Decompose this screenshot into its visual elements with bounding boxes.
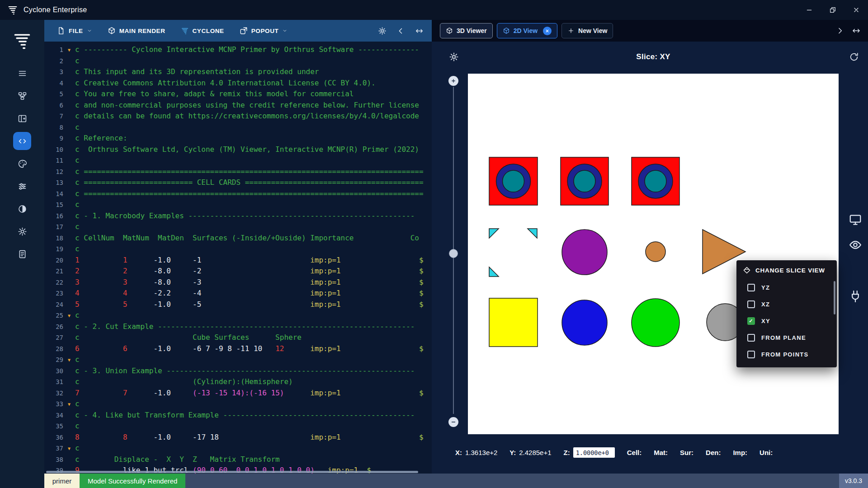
edge-tool-view-options[interactable] — [849, 238, 862, 252]
fold-marker-icon: ▼ — [63, 47, 75, 52]
shape-green-cell[interactable] — [632, 299, 679, 347]
code-text: 7 7 -1.0 (-13 -15 14):(-16 15) imp:p=1 $ — [75, 389, 424, 397]
cube-icon — [446, 27, 453, 34]
tab-2d-view[interactable]: 2D View — [497, 23, 557, 38]
slice-menu-items: YZXZ✓XYFROM PLANEFROM POINTS — [736, 279, 837, 363]
slice-option-label: YZ — [761, 284, 770, 291]
toolbar-button-cyclone[interactable]: CYCLONE — [181, 27, 224, 35]
line-number: 5 — [44, 90, 63, 98]
toolbar-button-label: POPOUT — [251, 28, 279, 34]
status-field-mat: Mat: — [654, 449, 668, 456]
code-line: 6c and non-commercial purposes using the… — [44, 100, 432, 111]
status-label: Uni: — [760, 449, 773, 456]
close-tab-icon[interactable] — [543, 27, 552, 35]
editor-settings-icon[interactable] — [378, 27, 387, 35]
sidebar-item-scene-tree[interactable] — [13, 87, 31, 105]
tab-new-view[interactable]: New View — [561, 23, 613, 38]
code-line: 18c CellNum MatNum MatDen Surfaces (-Ins… — [44, 233, 432, 244]
edge-tool-connections[interactable] — [849, 290, 862, 303]
checkbox-unchecked[interactable] — [747, 334, 755, 342]
slice-canvas[interactable] — [468, 74, 839, 434]
view-tabs: 3D Viewer2D ViewNew View — [440, 23, 613, 38]
sidebar-item-contrast[interactable] — [13, 200, 31, 218]
slice-option-xz[interactable]: XZ — [736, 296, 837, 313]
zoom-out-button[interactable] — [448, 417, 458, 427]
shape-blue-cell[interactable] — [562, 300, 607, 345]
toolbar-button-main-render[interactable]: MAIN RENDER — [108, 27, 165, 35]
status-label: Z: — [564, 449, 570, 456]
sidebar-item-code-editor[interactable] — [13, 132, 31, 150]
slice-option-yz[interactable]: YZ — [736, 279, 837, 296]
zoom-slider-handle[interactable] — [449, 249, 458, 258]
checkbox-unchecked[interactable] — [747, 351, 755, 358]
sidebar-item-materials[interactable] — [13, 155, 31, 173]
file-tab-primer[interactable]: primer — [44, 474, 80, 488]
status-label: Den: — [706, 449, 721, 456]
horizontal-scrollbar[interactable] — [46, 471, 418, 473]
slice-option-from-points[interactable]: FROM POINTS — [736, 346, 837, 363]
code-area[interactable]: 1▼c ---------- Cyclone Interactive MCNP … — [44, 42, 432, 474]
line-number: 3 — [44, 68, 63, 75]
shape-yellow-cell[interactable] — [489, 298, 538, 347]
shape-cell-3-core[interactable] — [645, 170, 666, 192]
line-number: 7 — [44, 113, 63, 120]
code-text: c - 2. Cut Example ---------------------… — [75, 323, 415, 330]
editor-toolbar-buttons: FILEMAIN RENDERCYCLONEPOPOUT — [57, 27, 288, 35]
line-number: 24 — [44, 301, 63, 308]
coordinate-readout: X:1.3613e+2Y:2.4285e+1Z:Cell:Mat:Sur:Den… — [455, 447, 864, 458]
shape-cut-corner-tr[interactable] — [528, 229, 537, 238]
checkbox-unchecked[interactable] — [747, 284, 755, 291]
slice-viewer: Slice: XY CHANGE SLICE VIEW YZXZ✓XYFROM … — [432, 42, 868, 474]
menu-scrollbar[interactable] — [834, 281, 835, 314]
line-number: 34 — [44, 412, 63, 419]
toolbar-button-file[interactable]: FILE — [57, 27, 92, 35]
edge-tool-display[interactable] — [849, 213, 862, 226]
code-text: c - 1. Macrobody Examples --------------… — [75, 212, 415, 220]
code-text: c Displace - X Y Z Matrix Transform — [75, 456, 280, 463]
code-editor-panel: FILEMAIN RENDERCYCLONEPOPOUT 1▼c -------… — [44, 20, 432, 474]
code-line: 17c — [44, 221, 432, 233]
sidebar-item-add-panel[interactable] — [13, 109, 31, 127]
code-line: 31c (Cylinder):(Hemisphere) — [44, 376, 432, 388]
code-text: c and non-commercial purposes using the … — [75, 102, 419, 109]
code-text: c - 3. Union Example -------------------… — [75, 367, 415, 375]
zoom-in-button[interactable] — [448, 76, 458, 86]
scroll-tabs-icon[interactable] — [835, 26, 844, 35]
slice-option-xy[interactable]: ✓XY — [736, 313, 837, 329]
fold-marker-icon: ▼ — [63, 446, 75, 451]
checkbox-unchecked[interactable] — [747, 300, 755, 308]
slice-option-from-plane[interactable]: FROM PLANE — [736, 329, 837, 346]
maximize-button[interactable] — [821, 0, 844, 20]
chevron-down-icon — [87, 28, 92, 33]
tab-3d-viewer[interactable]: 3D Viewer — [440, 23, 493, 38]
toolbar-button-popout[interactable]: POPOUT — [240, 27, 288, 35]
close-button[interactable] — [844, 0, 868, 20]
z-input[interactable] — [573, 447, 615, 458]
shape-cut-corner-tl[interactable] — [489, 229, 499, 238]
sidebar-items — [13, 64, 31, 263]
resize-panel-icon[interactable] — [415, 27, 424, 35]
shape-cut-corner-bl[interactable] — [489, 267, 499, 277]
code-line: 223 3 -8.0 -3 imp:p=1 $ — [44, 277, 432, 288]
refresh-icon[interactable] — [849, 52, 859, 62]
shape-small-sphere-cell[interactable] — [646, 242, 665, 262]
line-number: 16 — [44, 212, 63, 220]
popout-icon — [240, 27, 248, 35]
shape-cell-1-core[interactable] — [503, 170, 524, 192]
minimize-button[interactable] — [797, 0, 821, 20]
app-statusbar: primer Model Successfully Rendered v3.0.… — [44, 474, 868, 488]
shape-cell-2-core[interactable] — [574, 170, 595, 192]
line-number: 23 — [44, 290, 63, 297]
sidebar-item-menu[interactable] — [13, 64, 31, 82]
sidebar-item-settings[interactable] — [13, 222, 31, 240]
shape-union-cell[interactable] — [562, 230, 607, 275]
viewer-settings-icon[interactable] — [449, 52, 459, 62]
checkbox-checked[interactable]: ✓ — [747, 317, 755, 325]
sidebar-item-filters[interactable] — [13, 177, 31, 195]
line-number: 17 — [44, 223, 63, 230]
sidebar-item-logs[interactable] — [13, 245, 31, 263]
collapse-panel-icon[interactable] — [396, 27, 405, 35]
code-line: 11c — [44, 155, 432, 166]
fold-marker-icon: ▼ — [63, 402, 75, 407]
expand-tabs-icon[interactable] — [852, 26, 861, 35]
